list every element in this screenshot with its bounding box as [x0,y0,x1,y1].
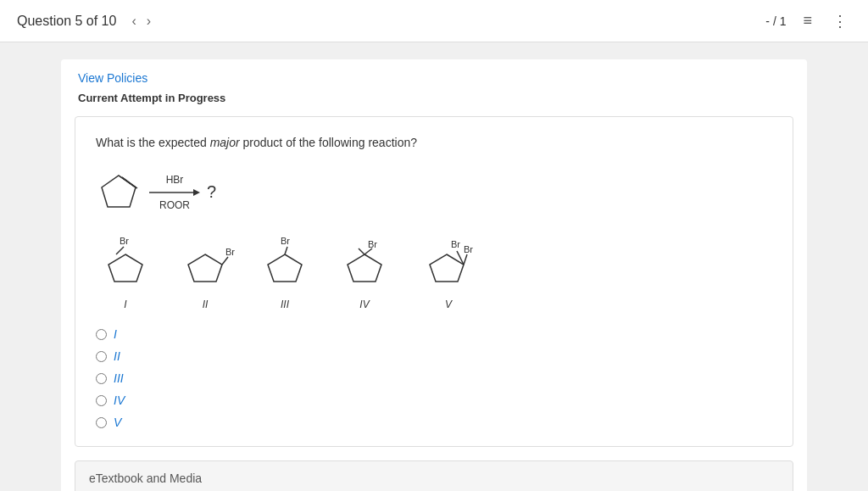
reagent-top: HBr [166,174,184,186]
top-bar: Question 5 of 10 ‹ › - / 1 ≡ ⋮ [0,0,868,42]
reactant-structure [96,169,142,215]
svg-structure-V: Br Br [415,236,482,295]
option-label-III: III [114,371,124,385]
attempt-notice: Current Attempt in Progress [61,88,807,116]
option-label-IV: IV [114,393,125,407]
structure-II: Br II [175,236,235,310]
svg-line-7 [116,247,124,254]
svg-text:Br: Br [225,247,235,257]
question-label: Question 5 of 10 [17,14,116,29]
reaction-area: HBr ROOR ? [96,169,772,215]
options-section: I II III IV V [96,327,772,429]
option-row-V: V [96,416,772,429]
etextbook-label: eTextbook and Media [89,471,202,485]
svg-structure-I: Br [96,236,155,295]
svg-marker-8 [108,254,142,282]
option-label-II: II [114,349,120,363]
question-text: What is the expected major product of th… [96,134,772,152]
svg-marker-19 [430,254,464,282]
prev-button[interactable]: ‹ [126,10,141,32]
etextbook-bar: eTextbook and Media [75,460,793,491]
more-options-button[interactable]: ⋮ [829,8,851,34]
option-row-II: II [96,349,772,363]
radio-I[interactable] [96,329,107,340]
question-box: What is the expected major product of th… [75,116,793,447]
radio-IV[interactable] [96,395,107,406]
option-row-IV: IV [96,393,772,407]
question-text-suffix: product of the following reaction? [240,136,417,149]
svg-line-10 [222,257,228,265]
svg-marker-14 [268,254,302,282]
option-label-I: I [114,327,117,341]
question-mark: ? [207,182,216,202]
svg-structure-III: Br [255,236,314,295]
svg-text:Br: Br [451,239,460,249]
svg-line-13 [285,247,287,254]
score-display: - / 1 [765,14,786,28]
view-policies-link[interactable]: View Policies [61,59,807,88]
option-row-I: I [96,327,772,341]
svg-line-16 [364,248,372,254]
structure-IV: Br IV [335,236,394,310]
svg-structure-IV: Br [335,236,394,295]
radio-II[interactable] [96,351,107,362]
svg-marker-17 [348,254,381,282]
reaction-arrow [149,186,200,199]
label-II: II [203,299,209,310]
structures-row: Br I Br II [96,236,772,310]
label-III: III [281,299,289,310]
arrow-container: HBr ROOR [149,174,200,211]
structure-V: Br Br V [415,236,482,310]
label-I: I [124,299,126,310]
structure-III: Br III [255,236,314,310]
svg-line-18 [359,248,364,254]
content-area: View Policies Current Attempt in Progres… [61,59,807,491]
svg-marker-5 [193,189,200,196]
structure-I: Br I [96,236,155,310]
question-text-italic: major [210,136,240,149]
top-bar-right: - / 1 ≡ ⋮ [765,8,851,34]
svg-marker-9 [188,254,222,282]
next-button[interactable]: › [142,10,156,32]
svg-line-20 [464,254,467,265]
radio-III[interactable] [96,373,107,384]
svg-line-3 [122,177,137,188]
radio-V[interactable] [96,417,107,428]
list-icon-button[interactable]: ≡ [799,8,815,33]
svg-text:Br: Br [464,244,473,254]
svg-text:Br: Br [120,236,129,246]
label-V: V [445,299,452,310]
option-row-III: III [96,371,772,385]
svg-text:Br: Br [281,236,290,246]
question-text-prefix: What is the expected [96,136,210,149]
svg-structure-II: Br [175,236,235,295]
svg-marker-0 [102,176,136,207]
svg-text:Br: Br [368,239,377,249]
option-label-V: V [114,416,121,429]
reagent-bottom: ROOR [159,199,190,211]
label-IV: IV [359,299,369,310]
